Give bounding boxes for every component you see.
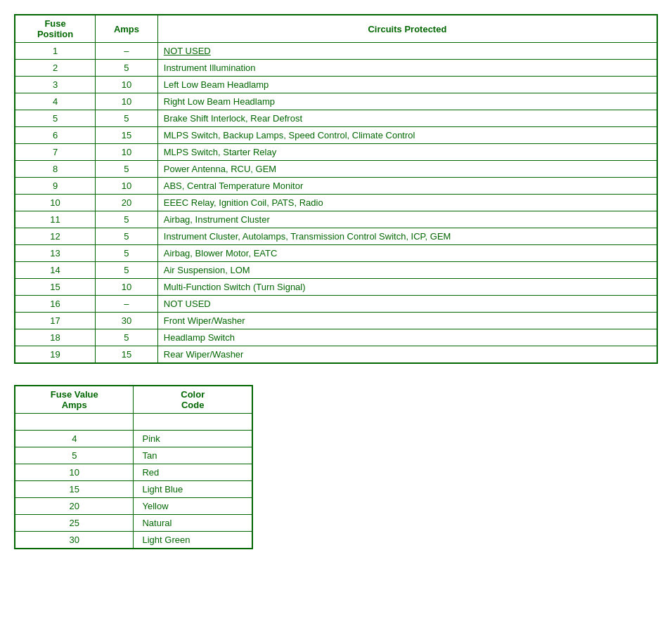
col-header-circuits: Circuits Protected: [157, 15, 657, 43]
color-table-row: 15Light Blue: [15, 481, 252, 498]
table-row: 1510Multi-Function Switch (Turn Signal): [15, 279, 657, 296]
amps-cell: 5: [96, 161, 158, 178]
amps-cell: –: [96, 296, 158, 313]
fuse-value-cell: 10: [15, 464, 134, 481]
circuits-cell: Instrument Cluster, Autolamps, Transmiss…: [157, 228, 657, 245]
amps-cell: 10: [96, 178, 158, 195]
table-row: 55Brake Shift Interlock, Rear Defrost: [15, 110, 657, 127]
amps-cell: 10: [96, 77, 158, 93]
table-row: 410Right Low Beam Headlamp: [15, 93, 657, 110]
color-table-row: 20Yellow: [15, 498, 252, 515]
fuse-value-cell: 30: [15, 532, 134, 549]
table-row: 1020EEEC Relay, Ignition Coil, PATS, Rad…: [15, 195, 657, 211]
fuse-position-cell: 17: [15, 313, 96, 329]
circuits-cell: ABS, Central Temperature Monitor: [157, 178, 657, 195]
spacer-row: [15, 414, 252, 431]
table-row: 135Airbag, Blower Motor, EATC: [15, 245, 657, 262]
amps-cell: 5: [96, 329, 158, 346]
col-header-position: FusePosition: [15, 15, 96, 43]
amps-cell: 5: [96, 245, 158, 262]
table-row: 115Airbag, Instrument Cluster: [15, 211, 657, 228]
col-header-color-code: ColorCode: [134, 386, 252, 414]
amps-cell: 30: [96, 313, 158, 329]
fuse-position-cell: 9: [15, 178, 96, 195]
fuse-position-table: FusePosition Amps Circuits Protected 1–N…: [14, 14, 658, 364]
color-code-cell: Tan: [134, 447, 252, 464]
color-code-cell: Light Green: [134, 532, 252, 549]
fuse-value-cell: 15: [15, 481, 134, 498]
fuse-position-cell: 4: [15, 93, 96, 110]
color-table-row: 5Tan: [15, 447, 252, 464]
circuits-cell: NOT USED: [157, 43, 657, 60]
color-code-cell: Red: [134, 464, 252, 481]
table-row: 1–NOT USED: [15, 43, 657, 60]
fuse-position-cell: 10: [15, 195, 96, 211]
color-code-cell: Natural: [134, 515, 252, 532]
col-header-amps: Amps: [96, 15, 158, 43]
fuse-position-cell: 15: [15, 279, 96, 296]
fuse-position-cell: 8: [15, 161, 96, 178]
circuits-cell: Airbag, Instrument Cluster: [157, 211, 657, 228]
color-code-cell: Pink: [134, 431, 252, 447]
color-table-row: 25Natural: [15, 515, 252, 532]
fuse-position-cell: 14: [15, 262, 96, 279]
fuse-position-cell: 5: [15, 110, 96, 127]
table-row: 310Left Low Beam Headlamp: [15, 77, 657, 93]
circuits-cell: Rear Wiper/Washer: [157, 346, 657, 364]
circuits-cell: EEEC Relay, Ignition Coil, PATS, Radio: [157, 195, 657, 211]
circuits-cell: Air Suspension, LOM: [157, 262, 657, 279]
circuits-cell: Brake Shift Interlock, Rear Defrost: [157, 110, 657, 127]
amps-cell: –: [96, 43, 158, 60]
amps-cell: 20: [96, 195, 158, 211]
circuits-cell: Headlamp Switch: [157, 329, 657, 346]
circuits-cell: Power Antenna, RCU, GEM: [157, 161, 657, 178]
color-table-row: 10Red: [15, 464, 252, 481]
table-row: 615MLPS Switch, Backup Lamps, Speed Cont…: [15, 127, 657, 144]
circuits-cell: MLPS Switch, Backup Lamps, Speed Control…: [157, 127, 657, 144]
amps-cell: 15: [96, 346, 158, 364]
fuse-position-cell: 2: [15, 60, 96, 77]
circuits-cell: Front Wiper/Washer: [157, 313, 657, 329]
amps-cell: 10: [96, 144, 158, 161]
fuse-position-cell: 12: [15, 228, 96, 245]
fuse-position-cell: 1: [15, 43, 96, 60]
fuse-value-cell: 4: [15, 431, 134, 447]
color-code-cell: Light Blue: [134, 481, 252, 498]
circuits-cell: Left Low Beam Headlamp: [157, 77, 657, 93]
fuse-position-cell: 16: [15, 296, 96, 313]
table-row: 25Instrument Illumination: [15, 60, 657, 77]
fuse-value-cell: 25: [15, 515, 134, 532]
fuse-position-cell: 6: [15, 127, 96, 144]
color-table-row: 4Pink: [15, 431, 252, 447]
color-table-row: 30Light Green: [15, 532, 252, 549]
fuse-position-cell: 13: [15, 245, 96, 262]
circuits-cell: MLPS Switch, Starter Relay: [157, 144, 657, 161]
table-row: 910ABS, Central Temperature Monitor: [15, 178, 657, 195]
fuse-color-table: Fuse ValueAmps ColorCode 4Pink5Tan10Red1…: [14, 385, 253, 549]
fuse-position-cell: 11: [15, 211, 96, 228]
fuse-value-cell: 20: [15, 498, 134, 515]
col-header-fuse-value: Fuse ValueAmps: [15, 386, 134, 414]
table-row: 145Air Suspension, LOM: [15, 262, 657, 279]
fuse-position-cell: 7: [15, 144, 96, 161]
table-row: 710MLPS Switch, Starter Relay: [15, 144, 657, 161]
fuse-value-cell: 5: [15, 447, 134, 464]
circuits-cell: Right Low Beam Headlamp: [157, 93, 657, 110]
table-row: 185Headlamp Switch: [15, 329, 657, 346]
table-row: 1915Rear Wiper/Washer: [15, 346, 657, 364]
circuits-cell: Multi-Function Switch (Turn Signal): [157, 279, 657, 296]
circuits-cell: NOT USED: [157, 296, 657, 313]
amps-cell: 5: [96, 262, 158, 279]
amps-cell: 10: [96, 279, 158, 296]
fuse-position-cell: 3: [15, 77, 96, 93]
fuse-position-cell: 19: [15, 346, 96, 364]
amps-cell: 5: [96, 211, 158, 228]
table-row: 16–NOT USED: [15, 296, 657, 313]
color-code-cell: Yellow: [134, 498, 252, 515]
table-row: 1730Front Wiper/Washer: [15, 313, 657, 329]
circuits-cell: Instrument Illumination: [157, 60, 657, 77]
amps-cell: 5: [96, 110, 158, 127]
amps-cell: 15: [96, 127, 158, 144]
table-row: 85Power Antenna, RCU, GEM: [15, 161, 657, 178]
amps-cell: 5: [96, 60, 158, 77]
